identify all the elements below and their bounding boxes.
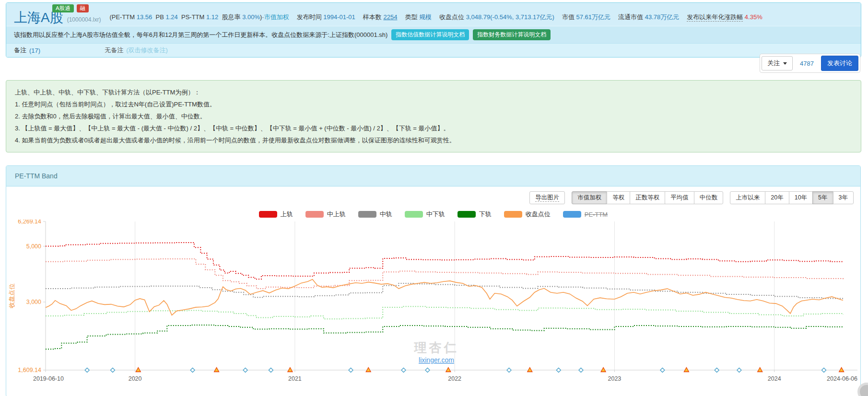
index-stats: (PE-TTM 13.56 PB 1.24 PS-TTM 1.12 股息率 3.… [109,13,762,24]
weight-mode-group: 市值加权等权正数等权平均值中位数 [572,191,723,204]
legend-item-PE-TTM[interactable]: PE-TTM [563,211,608,218]
event-marker-triangle [839,368,844,372]
period-option-上市以来[interactable]: 上市以来 [730,191,765,204]
series-中下轨 [46,306,843,319]
index-description: 该指数用以反应整个上海A股市场估值全貌，每年6月和12月第三周的第一个工作日更新… [14,31,387,39]
event-marker-diamond [507,368,511,373]
stat-segment[interactable]: 2254 [383,13,397,21]
export-image-label: 导出图片 [535,194,559,202]
x-axis-tick-label: 2023 [608,375,622,382]
period-option-5年[interactable]: 5年 [812,191,833,204]
x-axis-tick-label: 2020 [129,375,142,382]
legend-item-中下轨[interactable]: 中下轨 [405,210,445,219]
stat-segment: 规模 [419,13,432,21]
event-marker-diamond [110,368,115,373]
legend-swatch [457,211,476,218]
legend-item-下轨[interactable]: 下轨 [457,210,492,219]
period-option-10年[interactable]: 10年 [789,191,813,204]
period-option-20年[interactable]: 20年 [765,191,789,204]
event-marker-diamond [660,368,665,373]
pe-band-chart: 6,269.145,0003,0001,609.142019-06-102020… [6,220,860,396]
header-title-row: A股通融 上海A股 (1000004.lxr) (PE-TTM 13.56 PB… [6,3,861,26]
event-marker-triangle [758,368,762,372]
stat-segment: 发布以来年化涨跌幅 [687,13,743,22]
pe-ttm-band-section: PE-TTM Band 导出图片 市值加权等权正数等权平均值中位数 上市以来20… [6,165,861,396]
weight-option-市值加权[interactable]: 市值加权 [572,191,607,204]
header-note-row: 备注 (17) 无备注 (双击修改备注) [6,43,861,57]
follower-count-link[interactable]: 4787 [793,60,821,67]
legend-swatch [504,211,522,218]
watermark-logo: 理杏仁 [414,340,459,355]
section-title: PE-TTM Band [6,166,860,186]
chart-area: 6,269.145,0003,0001,609.142019-06-102020… [6,220,860,396]
stat-segment: )· [260,13,264,21]
stat-segment: 43.78万亿元 [645,13,680,21]
note-count-link[interactable]: (17) [29,47,40,54]
legend-label: 上轨 [281,210,293,219]
period-option-3年[interactable]: 3年 [833,191,854,204]
weight-option-中位数[interactable]: 中位数 [694,191,724,204]
event-marker-diamond [425,368,430,373]
note-empty-text: 无备注 [105,46,123,55]
event-marker-triangle [684,368,689,372]
stat-segment[interactable]: 市值加权 [264,13,289,21]
band-method-box: 上轨、中上轨、中轨、中下轨、下轨计算方法（以PE-TTM为例）：1. 任意时间点… [6,80,861,152]
header-description-row: 该指数用以反应整个上海A股市场估值全貌，每年6月和12月第三周的第一个工作日更新… [6,26,861,43]
post-discussion-button[interactable]: 发表讨论 [821,56,858,71]
y-axis-tick-label: 1,609.14 [18,367,41,373]
page-title: 上海A股 [14,11,63,24]
stat-segment: 发布时间 [297,13,324,21]
legend-swatch [358,211,376,218]
stat-segment: PB [152,13,165,21]
legend-swatch [259,211,277,218]
y-axis-tick-label: 3,000 [26,299,41,305]
x-axis-tick-label: 2024-06-06 [827,375,857,382]
stat-segment: 3,048.79(-0.54%, 3,713.17亿元) [466,13,554,21]
legend-swatch [563,211,581,218]
event-marker-triangle [366,368,371,372]
weight-option-等权[interactable]: 等权 [607,191,630,204]
event-marker-diamond [401,368,406,373]
legend-label: 中轨 [380,210,392,219]
event-marker-diamond [556,368,561,373]
event-marker-triangle [136,368,141,372]
method-line: 3. 【上轨值 = 最大值】、【中上轨 = 最大值 - (最大值 - 中位数) … [15,122,852,134]
event-marker-triangle [601,368,606,372]
export-image-button[interactable]: 导出图片 [529,191,565,204]
legend-label: 中下轨 [426,210,445,219]
y-axis-title: 收盘点位 [8,283,15,308]
event-marker-triangle [288,368,293,372]
weight-option-正数等权[interactable]: 正数等权 [630,191,665,204]
stat-segment: 1.24 [165,13,177,21]
event-marker-diamond [349,368,353,373]
stat-segment: 1.12 [206,13,218,21]
event-marker-triangle [446,368,451,372]
event-marker-diamond [269,368,273,373]
doc-link-button[interactable]: 指数估值数据计算说明文档 [391,29,469,40]
weight-option-平均值[interactable]: 平均值 [665,191,694,204]
series-中上轨 [46,259,843,289]
index-badge: 融 [77,4,89,12]
index-code: (1000004.lxr) [67,16,101,24]
chart-legend: 上轨中上轨中轨中下轨下轨收盘点位PE-TTM [6,210,860,219]
follow-toolbar: 关注 4787 发表讨论 [760,54,860,73]
legend-item-收盘点位[interactable]: 收盘点位 [504,210,551,219]
event-marker-diamond [243,368,247,373]
stat-segment: 4.35% [743,13,762,21]
watermark-url: lixinger.com [419,356,454,364]
event-marker-diamond [737,368,741,373]
event-marker-diamond [822,368,826,373]
x-axis-tick-label: 2019-06-10 [33,375,64,382]
note-edit-hint[interactable]: (双击修改备注) [126,46,168,55]
legend-swatch [405,211,423,218]
badge-list: A股通融 [52,4,89,12]
stat-segment: 13.56 [137,13,152,21]
legend-item-中轨[interactable]: 中轨 [358,210,392,219]
event-marker-diamond [190,368,195,373]
follow-button[interactable]: 关注 [762,56,793,70]
doc-link-button[interactable]: 指数财务数据计算说明文档 [473,29,551,40]
legend-item-中上轨[interactable]: 中上轨 [305,210,346,219]
follow-button-label: 关注 [767,59,780,68]
legend-item-上轨[interactable]: 上轨 [259,210,293,219]
x-axis-tick-label: 2022 [448,375,461,382]
